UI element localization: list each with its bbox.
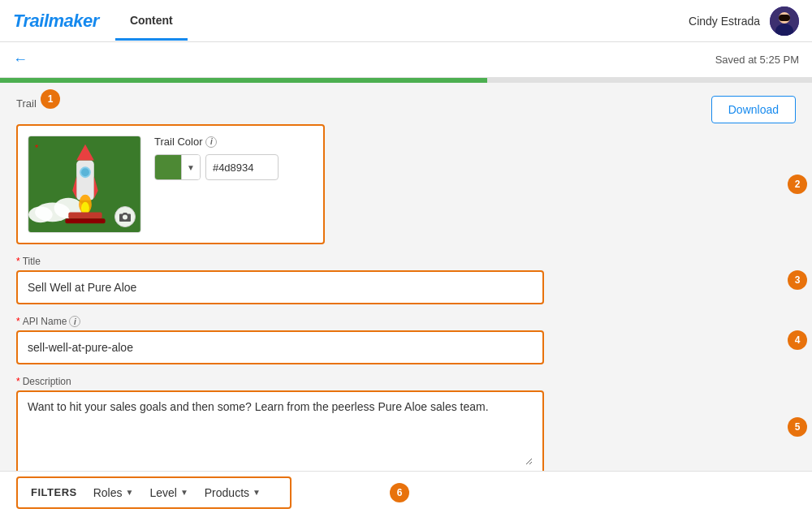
color-info-icon[interactable]: i xyxy=(205,136,217,148)
api-name-req: * xyxy=(16,316,20,327)
camera-icon xyxy=(119,212,131,222)
description-label: * Description xyxy=(16,376,796,387)
trail-image-container: * xyxy=(28,136,141,233)
title-input[interactable] xyxy=(28,281,533,294)
api-name-info-icon[interactable]: i xyxy=(69,316,80,327)
back-button[interactable]: ← xyxy=(13,51,28,68)
filter-products-label: Products xyxy=(205,486,249,499)
color-hex-input[interactable] xyxy=(205,154,279,180)
trail-section-header: Trail 1 xyxy=(16,97,37,116)
color-swatch xyxy=(155,154,181,180)
trail-image-color-container: * xyxy=(16,124,325,244)
badge-1: 1 xyxy=(41,89,60,109)
color-label-text: Trail Color xyxy=(154,136,202,148)
filter-products-chevron: ▼ xyxy=(253,488,261,497)
badge-3: 3 xyxy=(788,270,807,290)
required-star: * xyxy=(35,143,38,153)
color-row: ▼ xyxy=(154,154,279,180)
description-label-text: Description xyxy=(23,376,71,387)
download-button[interactable]: Download xyxy=(711,96,796,123)
avatar-image xyxy=(770,6,799,36)
title-label-text: Title xyxy=(23,256,41,267)
badge-2: 2 xyxy=(788,175,807,194)
toolbar: ← Saved at 5:25 PM xyxy=(0,42,812,78)
badge-5: 5 xyxy=(788,417,807,437)
title-req: * xyxy=(16,256,20,267)
svg-rect-17 xyxy=(65,218,105,223)
title-label: * Title xyxy=(16,256,796,267)
badge-6: 6 xyxy=(390,483,409,502)
trail-image-color-section: * xyxy=(16,124,796,244)
user-name: Cindy Estrada xyxy=(689,15,760,28)
svg-rect-3 xyxy=(779,15,790,21)
api-name-label-text: API Name xyxy=(23,316,67,327)
svg-point-11 xyxy=(81,168,89,176)
description-field-box: Want to hit your sales goals and then so… xyxy=(16,390,544,478)
color-section: Trail Color i ▼ xyxy=(154,136,279,180)
app-logo: Trailmaker xyxy=(13,11,99,32)
filters-inner: FILTERS Roles ▼ Level ▼ Products ▼ xyxy=(16,476,292,509)
filters-label: FILTERS xyxy=(31,486,77,498)
title-field-group: * Title 3 xyxy=(16,256,796,304)
description-req: * xyxy=(16,376,20,387)
title-field-box xyxy=(16,270,544,304)
svg-point-7 xyxy=(28,207,52,223)
filters-bar: FILTERS Roles ▼ Level ▼ Products ▼ 6 xyxy=(0,471,812,513)
svg-rect-8 xyxy=(76,161,94,200)
filter-level[interactable]: Level ▼ xyxy=(149,486,188,499)
color-swatch-button[interactable]: ▼ xyxy=(154,154,201,180)
main-content: Download Trail 1 * xyxy=(0,83,812,513)
api-name-input[interactable] xyxy=(28,341,533,354)
filter-roles-label: Roles xyxy=(93,486,123,499)
color-label: Trail Color i xyxy=(154,136,279,148)
filters-container: FILTERS Roles ▼ Level ▼ Products ▼ 6 xyxy=(16,476,292,509)
filter-level-label: Level xyxy=(149,486,176,499)
api-name-field-box xyxy=(16,330,544,364)
description-field-group: * Description Want to hit your sales goa… xyxy=(16,376,796,478)
app-header: Trailmaker Content Cindy Estrada xyxy=(0,0,812,42)
avatar[interactable] xyxy=(770,6,799,36)
filter-roles[interactable]: Roles ▼ xyxy=(93,486,134,499)
filter-level-chevron: ▼ xyxy=(180,488,188,497)
api-name-label: * API Name i xyxy=(16,316,796,327)
trail-label: Trail xyxy=(16,97,37,110)
badge-4: 4 xyxy=(788,330,807,350)
description-textarea[interactable]: Want to hit your sales goals and then so… xyxy=(28,400,533,465)
svg-rect-16 xyxy=(68,212,102,218)
tab-content[interactable]: Content xyxy=(115,2,188,41)
camera-icon-btn[interactable] xyxy=(114,206,136,227)
filter-products[interactable]: Products ▼ xyxy=(205,486,261,499)
logo-text: Trailmaker xyxy=(13,11,99,31)
api-name-field-group: * API Name i 4 xyxy=(16,316,796,364)
header-right: Cindy Estrada xyxy=(689,6,799,36)
filter-roles-chevron: ▼ xyxy=(126,488,134,497)
saved-status: Saved at 5:25 PM xyxy=(715,54,799,66)
color-dropdown-arrow: ▼ xyxy=(181,154,200,180)
